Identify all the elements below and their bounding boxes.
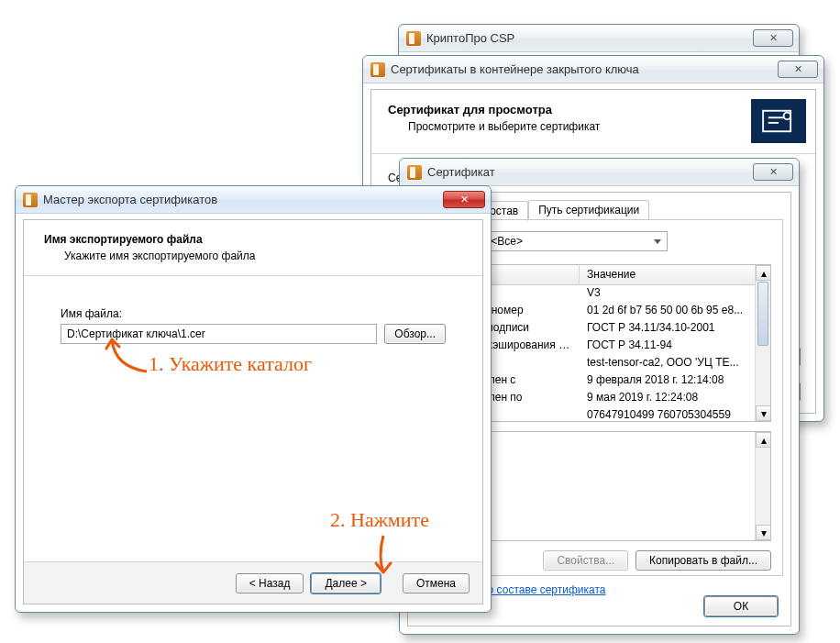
window-title: Сертификат (427, 165, 495, 179)
scrollbar[interactable]: ▴ ▾ (755, 432, 770, 540)
container-sub: Просмотрите и выберите сертификат (388, 116, 799, 133)
window-title: КриптоПро CSP (426, 31, 514, 45)
scroll-up-icon[interactable]: ▴ (756, 265, 771, 281)
cancel-button[interactable]: Отмена (403, 573, 470, 593)
wizard-sub: Укажите имя экспортируемого файла (44, 246, 462, 262)
app-icon (23, 193, 38, 207)
app-icon (370, 62, 385, 77)
svg-rect-0 (763, 111, 790, 132)
scroll-down-icon[interactable]: ▾ (756, 525, 771, 540)
scroll-thumb[interactable] (757, 282, 768, 346)
app-icon (406, 31, 421, 46)
wizard-body: Имя экспортируемого файла Укажите имя эк… (23, 219, 483, 604)
titlebar-wizard: Мастер экспорта сертификатов ✕ (16, 186, 491, 214)
close-icon[interactable]: ✕ (778, 61, 818, 78)
col-value[interactable]: Значение (580, 265, 770, 284)
scrollbar[interactable]: ▴ ▾ (755, 265, 770, 421)
container-heading: Сертификат для просмотра (388, 103, 799, 116)
browse-button[interactable]: Обзор... (384, 324, 446, 344)
show-dropdown[interactable]: <Все> (484, 231, 668, 251)
tab-cert-path[interactable]: Путь сертификации (528, 200, 649, 220)
svg-point-3 (784, 113, 791, 120)
scroll-up-icon[interactable]: ▴ (756, 432, 771, 448)
properties-button: Свойства... (543, 550, 628, 571)
ok-button[interactable]: ОК (704, 596, 778, 616)
titlebar-csp: КриптоПро CSP ✕ (399, 25, 799, 52)
file-path-input[interactable] (61, 324, 377, 344)
window-title: Мастер экспорта сертификатов (43, 193, 217, 206)
close-icon[interactable]: ✕ (753, 29, 793, 47)
close-icon[interactable]: ✕ (443, 191, 485, 208)
wizard-heading: Имя экспортируемого файла (44, 233, 462, 246)
file-label: Имя файла: (61, 307, 446, 320)
next-button[interactable]: Далее > (311, 573, 381, 593)
window-title: Сертификаты в контейнере закрытого ключа (391, 62, 639, 76)
app-icon (407, 165, 422, 180)
cert-banner-icon (751, 99, 806, 143)
close-icon[interactable]: ✕ (753, 163, 793, 181)
window-export-wizard: Мастер экспорта сертификатов ✕ Имя экспо… (15, 185, 492, 613)
show-value: <Все> (491, 235, 523, 248)
copy-to-file-button[interactable]: Копировать в файл... (636, 550, 771, 571)
titlebar-container: Сертификаты в контейнере закрытого ключа… (363, 56, 823, 83)
back-button[interactable]: < Назад (236, 573, 304, 593)
scroll-down-icon[interactable]: ▾ (756, 405, 771, 421)
titlebar-certificate: Сертификат ✕ (400, 159, 799, 186)
